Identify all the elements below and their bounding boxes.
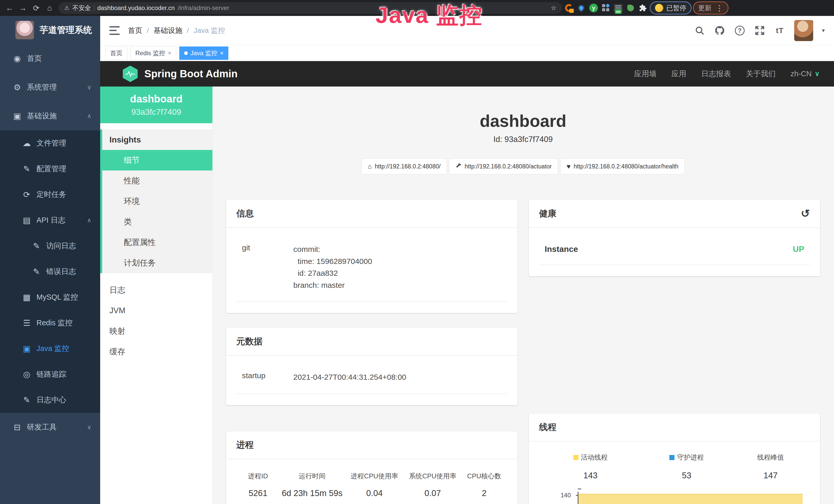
actuator-url: http://192.168.0.2:48080/actuator <box>465 163 552 170</box>
tags-view-bar: 首页 Redis 监控 × Java 监控 × <box>100 45 834 61</box>
address-bar[interactable]: ⚠ 不安全 dashboard.yudao.iocoder.cn/infra/a… <box>59 2 562 14</box>
github-icon[interactable] <box>714 25 725 36</box>
bookmark-star-icon[interactable]: ☆ <box>551 4 556 12</box>
metadata-card-title: 元数据 <box>236 336 263 347</box>
sidebar-item-error-logs[interactable]: ✎ 错误日志 <box>0 259 100 284</box>
sba-nav-applications[interactable]: 应用 <box>672 69 686 79</box>
edit-icon: ✎ <box>31 241 42 251</box>
actuator-url-button[interactable]: http://192.168.0.2:48080/actuator <box>449 158 558 174</box>
sidebar-item-scheduled-tasks[interactable]: ⟳ 定时任务 <box>0 182 100 207</box>
health-instance-row[interactable]: Instance UP <box>539 237 810 265</box>
breadcrumb-infra[interactable]: 基础设施 <box>154 26 182 36</box>
sidebar-item-api-logs[interactable]: ▤ API 日志 ∧ <box>0 207 100 233</box>
process-card-title: 进程 <box>236 439 254 451</box>
sidebar-item-system[interactable]: ⚙ 系统管理 ∨ <box>0 73 100 102</box>
breadcrumb-home[interactable]: 首页 <box>128 26 142 36</box>
sba-nav-wallboard[interactable]: 应用墙 <box>634 69 657 79</box>
browser-back-icon[interactable]: ← <box>4 2 16 14</box>
browser-forward-icon[interactable]: → <box>17 2 29 14</box>
process-table: 进程ID 运行时间 进程CPU使用率 系统CPU使用率 CPU核心数 5261 … <box>236 468 507 501</box>
sidebar-item-label: 文件管理 <box>37 138 66 148</box>
instance-id-line: Id: 93a3fc7f7409 <box>226 135 820 144</box>
sidebar-item-home[interactable]: ◉ 首页 <box>0 44 100 73</box>
history-icon[interactable]: ↺ <box>801 208 810 219</box>
sba-logo-icon[interactable] <box>123 66 138 82</box>
sba-item-metrics[interactable]: 性能 <box>102 170 213 191</box>
close-icon[interactable]: × <box>168 49 171 57</box>
sidebar-item-dev-tools[interactable]: ⊟ 研发工具 ∨ <box>0 413 100 442</box>
health-url-button[interactable]: ♥ http://192.168.0.2:48080/actuator/heal… <box>560 158 685 174</box>
eye-icon: ◎ <box>21 369 32 379</box>
extension-grid-icon[interactable] <box>600 3 611 13</box>
extension-fehelper-icon[interactable] <box>564 3 574 13</box>
security-label[interactable]: 不安全 <box>72 4 91 12</box>
extension-green-icon[interactable]: y <box>588 3 599 13</box>
user-avatar[interactable] <box>794 20 813 41</box>
app-logo-row[interactable]: 芋道管理系统 <box>0 16 100 44</box>
sba-item-jvm[interactable]: JVM <box>100 300 213 321</box>
font-size-icon[interactable]: tT <box>774 25 786 36</box>
peak-threads-value: 147 <box>731 471 810 480</box>
close-icon[interactable]: × <box>220 49 223 57</box>
sba-instance-header[interactable]: dashboard 93a3fc7f7409 <box>100 87 213 123</box>
infrastructure-submenu: ☁ 文件管理 ✎ 配置管理 ⟳ 定时任务 ▤ API 日志 ∧ ✎ <box>0 131 100 413</box>
sba-nav-about[interactable]: 关于我们 <box>746 69 776 79</box>
sba-item-classes[interactable]: 类 <box>102 211 213 232</box>
stack-icon: ☰ <box>21 318 32 328</box>
health-card: 健康 ↺ Instance UP <box>529 200 820 276</box>
sidebar-item-java-monitor[interactable]: ▣ Java 监控 <box>0 336 100 362</box>
search-icon[interactable] <box>694 25 705 36</box>
sba-brand-title[interactable]: Spring Boot Admin <box>144 68 238 79</box>
sidebar-item-access-logs[interactable]: ✎ 访问日志 <box>0 233 100 259</box>
blue-swatch-icon <box>670 455 675 460</box>
process-pid: 5261 <box>236 488 280 498</box>
metadata-card: 元数据 startup 2021-04-27T00:44:31.254+08:0… <box>226 328 518 405</box>
browser-reload-icon[interactable]: ⟳ <box>30 2 42 14</box>
edit-icon: ✎ <box>21 395 32 405</box>
sidebar-item-tracing[interactable]: ◎ 链路追踪 <box>0 362 100 387</box>
browser-update-button[interactable]: 更新 ⋮ <box>693 2 728 15</box>
help-icon[interactable]: ? <box>734 25 745 36</box>
sidebar-item-label: 首页 <box>27 53 42 64</box>
sidebar-item-mysql-monitor[interactable]: ▦ MySQL 监控 <box>0 284 100 310</box>
extension-leaf-icon[interactable] <box>625 3 636 13</box>
profile-paused-badge[interactable]: 已暂停 <box>650 2 692 15</box>
status-badge: UP <box>793 245 804 254</box>
timer-icon: ⟳ <box>21 190 32 200</box>
gear-icon: ⚙ <box>12 83 23 92</box>
sba-item-caches[interactable]: 缓存 <box>100 342 213 362</box>
home-icon: ⌂ <box>368 162 372 170</box>
service-url: http://192.168.0.2:48080/ <box>375 163 440 170</box>
sidebar-item-label: 访问日志 <box>46 241 76 251</box>
sidebar-item-redis-monitor[interactable]: ☰ Redis 监控 <box>0 310 100 336</box>
user-menu-caret-icon[interactable]: ▾ <box>822 27 825 34</box>
active-dot-icon <box>184 51 188 55</box>
sidebar-item-log-center[interactable]: ✎ 日志中心 <box>0 387 100 413</box>
sidebar-item-infrastructure[interactable]: ▣ 基础设施 ∧ <box>0 102 100 131</box>
insights-group-header[interactable]: Insights <box>102 130 213 150</box>
service-url-button[interactable]: ⌂ http://192.168.0.2:48080/ <box>361 158 447 174</box>
tab-redis-monitor[interactable]: Redis 监控 × <box>130 46 176 60</box>
browser-home-icon[interactable]: ⌂ <box>44 2 56 14</box>
update-label: 更新 <box>698 4 711 13</box>
sba-item-config-props[interactable]: 配置属性 <box>102 232 213 253</box>
fullscreen-icon[interactable] <box>754 25 765 36</box>
sba-nav-journal[interactable]: 日志报表 <box>701 69 731 79</box>
sidebar-collapse-icon[interactable] <box>109 26 120 35</box>
sba-item-logs[interactable]: 日志 <box>100 280 213 300</box>
metadata-startup-row: startup 2021-04-27T00:44:31.254+08:00 <box>236 365 507 394</box>
sba-item-scheduled[interactable]: 计划任务 <box>102 253 213 273</box>
breadcrumb-current: Java 监控 <box>194 26 225 36</box>
sba-item-details[interactable]: 细节 <box>102 150 213 170</box>
sba-item-environment[interactable]: 环境 <box>102 191 213 211</box>
extension-pin-icon[interactable] <box>576 3 587 13</box>
browser-menu-icon[interactable]: ⋮ <box>716 4 723 13</box>
tab-home[interactable]: 首页 <box>105 46 127 60</box>
sba-item-mappings[interactable]: 映射 <box>100 321 213 342</box>
tab-java-monitor[interactable]: Java 监控 × <box>179 46 228 60</box>
extensions-puzzle-icon[interactable] <box>637 3 648 13</box>
extension-switch-icon[interactable]: on <box>613 3 623 13</box>
sba-locale-select[interactable]: zh-CN ∨ <box>791 70 820 78</box>
sidebar-item-config-manage[interactable]: ✎ 配置管理 <box>0 156 100 182</box>
sidebar-item-file-manage[interactable]: ☁ 文件管理 <box>0 131 100 156</box>
